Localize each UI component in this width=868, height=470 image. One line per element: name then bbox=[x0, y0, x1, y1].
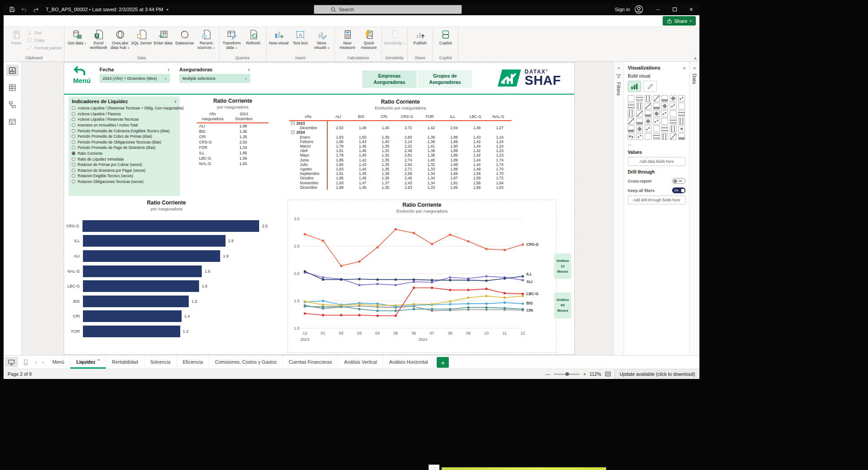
zoom-slider-thumb[interactable] bbox=[565, 372, 569, 376]
empresas-aseguradoras-button[interactable]: Empresas Aseguradoras bbox=[362, 70, 417, 88]
radio-icon[interactable] bbox=[72, 106, 75, 110]
visual-type-icon[interactable] bbox=[661, 95, 668, 102]
next-page-icon[interactable]: › bbox=[39, 356, 47, 369]
ratio-corriente-bar-chart[interactable]: Ratio Corriente por Aseguradora CRS-G2.5… bbox=[65, 200, 268, 339]
visual-type-icon[interactable] bbox=[670, 133, 677, 140]
redo-icon[interactable] bbox=[33, 6, 39, 13]
visual-type-icon[interactable] bbox=[661, 126, 668, 132]
visual-type-icon[interactable] bbox=[653, 126, 660, 132]
visual-type-icon[interactable] bbox=[628, 95, 634, 102]
report-view-button[interactable] bbox=[6, 65, 19, 76]
close-button[interactable]: ✕ bbox=[683, 4, 699, 15]
desktop-layout-button[interactable] bbox=[4, 357, 18, 367]
maximize-button[interactable] bbox=[666, 4, 683, 15]
bar[interactable] bbox=[83, 280, 199, 292]
new-visual-button[interactable]: New visual bbox=[268, 28, 290, 45]
expand-pane-icon[interactable]: « bbox=[693, 65, 696, 70]
visual-type-icon[interactable] bbox=[636, 133, 643, 140]
fit-to-page-icon[interactable] bbox=[605, 371, 611, 377]
share-button[interactable]: Share ∨ bbox=[663, 16, 696, 26]
visual-type-icon[interactable] bbox=[670, 95, 677, 102]
radio-icon[interactable] bbox=[72, 174, 75, 178]
chevron-down-icon[interactable]: ∨ bbox=[174, 100, 177, 104]
enter-data-button[interactable]: Enter data bbox=[152, 28, 174, 45]
search-input[interactable]: Search bbox=[314, 5, 462, 14]
table-row[interactable]: LBC-G1,59 bbox=[197, 156, 269, 161]
visual-type-icon[interactable] bbox=[678, 118, 685, 125]
get-data-button[interactable]: Get data ∨ bbox=[66, 28, 88, 45]
tab-rentabilidad[interactable]: Rentabilidad bbox=[106, 356, 144, 369]
bar[interactable] bbox=[83, 265, 202, 277]
zoom-in-icon[interactable]: + bbox=[583, 371, 586, 377]
radio-icon[interactable] bbox=[72, 180, 75, 183]
radio-icon[interactable] bbox=[72, 146, 75, 149]
aseguradoras-slicer-value[interactable]: Multiple selections ∨ bbox=[179, 74, 250, 83]
radio-icon[interactable] bbox=[72, 118, 75, 121]
paste-button[interactable]: Paste bbox=[5, 28, 27, 45]
collapse-ribbon-icon[interactable]: ∧ bbox=[694, 56, 697, 61]
indicator-option[interactable]: Inversion en Inmuebles / Activo Total bbox=[72, 122, 177, 128]
update-available-link[interactable]: Update available (click to download) bbox=[615, 369, 699, 379]
matrix-data-row[interactable]: Septiembre1,911,451,382,591,341,881,561,… bbox=[289, 171, 512, 176]
quick-measure-button[interactable]: Quick measure bbox=[358, 28, 380, 50]
matrix-data-row[interactable]: Julio1,841,431,352,541,321,881,441,74 bbox=[289, 162, 512, 167]
matrix-data-row[interactable]: Diciembre2,021,481,402,721,422,041,491,2… bbox=[289, 126, 512, 130]
table-row[interactable]: NAL-G1,63 bbox=[197, 161, 269, 166]
tab-comisiones-costos-y-gastos[interactable]: Comisiones, Costos y Gastos bbox=[209, 356, 283, 369]
visual-type-icon[interactable] bbox=[653, 110, 660, 117]
matrix-data-row[interactable]: Noviembre1,931,471,372,431,341,911,561,6… bbox=[289, 180, 512, 185]
more-visuals-ellipsis[interactable]: ... bbox=[628, 141, 686, 146]
visual-type-icon[interactable] bbox=[653, 103, 660, 109]
bar[interactable] bbox=[83, 310, 182, 322]
radio-icon[interactable] bbox=[72, 112, 75, 116]
bar-row[interactable]: FOR1.3 bbox=[65, 324, 268, 339]
visual-type-icon[interactable] bbox=[653, 118, 660, 125]
save-icon[interactable] bbox=[9, 6, 15, 13]
table-row[interactable]: ALI1,88 bbox=[197, 123, 269, 129]
visual-type-icon[interactable] bbox=[653, 133, 660, 140]
table-row[interactable]: ILL1,95 bbox=[197, 150, 269, 156]
indicator-option[interactable]: Periodo Promedio de Cobranza Exigibles T… bbox=[72, 128, 177, 134]
indicator-option[interactable]: Periodo Promedio de Obligaciones Tecnica… bbox=[72, 139, 177, 145]
zoom-level[interactable]: 112% bbox=[590, 371, 601, 377]
indicator-option[interactable]: Rotacion Exigible Tecnico (veces) bbox=[72, 173, 177, 179]
collapse-icon[interactable]: − bbox=[291, 122, 295, 125]
radio-icon[interactable] bbox=[72, 157, 75, 161]
copilot-button[interactable]: Copilot bbox=[435, 28, 456, 45]
bar[interactable] bbox=[83, 250, 220, 262]
zoom-slider[interactable] bbox=[554, 374, 580, 375]
bar-row[interactable]: ALI1.9 bbox=[65, 248, 268, 264]
visual-type-icon[interactable] bbox=[678, 103, 685, 109]
table-row[interactable]: CRS-G2,53 bbox=[197, 139, 269, 145]
visual-type-icon[interactable] bbox=[645, 110, 651, 117]
bar-row[interactable]: BIS1.5 bbox=[65, 294, 268, 309]
indicator-option[interactable]: Ratio Corriente bbox=[72, 151, 177, 157]
matrix-data-row[interactable]: Abril1,811,451,322,481,391,891,421,23 bbox=[289, 148, 512, 153]
keep-all-filters-toggle[interactable]: On bbox=[672, 187, 686, 193]
title-dropdown-icon[interactable]: ▼ bbox=[166, 8, 169, 11]
tab-solvencia[interactable]: Solvencia bbox=[144, 356, 177, 369]
matrix-data-row[interactable]: Agosto1,931,441,352,711,331,881,491,70 bbox=[289, 167, 512, 171]
indicator-option[interactable]: Rotacion de Primas por Cobrar (veces) bbox=[72, 162, 177, 168]
filters-pane-collapsed[interactable]: « Filters bbox=[613, 62, 624, 355]
visual-type-icon[interactable] bbox=[661, 118, 668, 125]
visual-type-icon[interactable] bbox=[636, 95, 643, 102]
more-visuals-button[interactable]: More visuals ∨ bbox=[311, 28, 333, 50]
ratio-corriente-line-chart[interactable]: Ratio Corriente Evolución por Asegurador… bbox=[287, 200, 556, 353]
onelake-data-hub-button[interactable]: OneLake data hub ∨ bbox=[109, 28, 131, 50]
tab-liquidez[interactable]: Liquidez× bbox=[70, 356, 106, 369]
radio-icon[interactable] bbox=[72, 152, 75, 155]
chevron-down-icon[interactable]: ∨ bbox=[247, 68, 250, 72]
radio-icon[interactable] bbox=[72, 140, 75, 144]
visual-type-icon[interactable] bbox=[628, 118, 634, 125]
tab-cuentas-financieras[interactable]: Cuentas Financieras bbox=[283, 356, 338, 369]
excel-workbook-button[interactable]: XExcel workbook bbox=[88, 28, 109, 50]
indicator-option[interactable]: Periodo Promedio de Pago de Siniestros (… bbox=[72, 145, 177, 151]
indicator-option[interactable]: Activos Liquidos / (Reservas Tecnicas + … bbox=[72, 105, 177, 111]
add-data-fields-well[interactable]: Add data fields here bbox=[628, 157, 686, 166]
zoom-out-icon[interactable]: — bbox=[545, 371, 550, 377]
copy-button[interactable]: Copy bbox=[27, 37, 62, 43]
cross-report-toggle[interactable]: Off bbox=[672, 178, 686, 184]
bar[interactable] bbox=[83, 235, 226, 247]
indicator-option[interactable]: Activos Líquidos / Pasivos bbox=[72, 111, 177, 117]
